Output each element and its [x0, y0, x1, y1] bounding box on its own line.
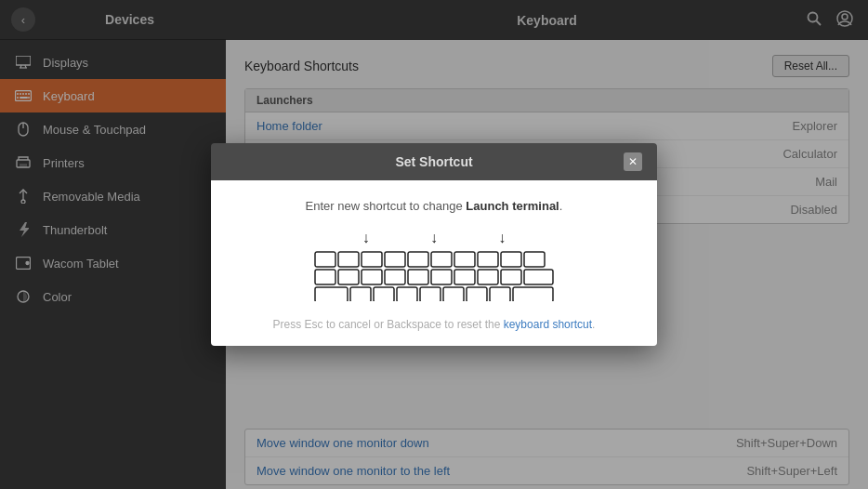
dialog-title: Set Shortcut	[244, 154, 624, 169]
keyboard-svg	[313, 250, 555, 301]
svg-rect-37	[338, 270, 359, 284]
svg-rect-51	[443, 287, 464, 301]
svg-rect-26	[315, 252, 335, 267]
hint-suffix: .	[592, 318, 595, 331]
svg-rect-48	[374, 287, 394, 301]
svg-rect-54	[513, 287, 553, 301]
svg-rect-33	[478, 252, 498, 267]
svg-rect-43	[478, 270, 498, 284]
svg-rect-36	[315, 270, 335, 284]
svg-rect-46	[315, 287, 348, 301]
dialog-text-prefix: Enter new shortcut to change	[306, 199, 467, 213]
svg-rect-32	[454, 252, 475, 267]
svg-rect-39	[385, 270, 405, 284]
svg-rect-28	[362, 252, 382, 267]
svg-rect-45	[524, 270, 553, 284]
svg-rect-41	[431, 270, 452, 284]
svg-rect-42	[454, 270, 475, 284]
keyboard-shortcut-link[interactable]: keyboard shortcut	[504, 318, 592, 331]
dialog-text-suffix: .	[559, 199, 563, 213]
set-shortcut-dialog: Set Shortcut ✕ Enter new shortcut to cha…	[211, 143, 657, 346]
svg-rect-49	[397, 287, 417, 301]
dialog-text-bold: Launch terminal	[466, 199, 559, 213]
hint-prefix: Press Esc to cancel or Backspace to rese…	[273, 318, 504, 331]
svg-rect-40	[408, 270, 428, 284]
keyboard-illustration: ↓ ↓ ↓	[313, 230, 555, 305]
dialog-body: Enter new shortcut to change Launch term…	[211, 180, 657, 346]
svg-rect-27	[338, 252, 359, 267]
svg-rect-30	[408, 252, 428, 267]
svg-rect-53	[490, 287, 510, 301]
svg-rect-50	[420, 287, 441, 301]
svg-rect-44	[501, 270, 521, 284]
dialog-hint: Press Esc to cancel or Backspace to rese…	[273, 318, 596, 331]
svg-rect-29	[385, 252, 405, 267]
svg-rect-38	[362, 270, 382, 284]
arrow-down-icon-1: ↓	[362, 230, 370, 246]
dialog-header: Set Shortcut ✕	[211, 143, 657, 180]
svg-rect-35	[524, 252, 545, 267]
key-arrows: ↓ ↓ ↓	[313, 230, 555, 246]
svg-rect-52	[467, 287, 487, 301]
svg-rect-47	[350, 287, 371, 301]
svg-rect-31	[431, 252, 452, 267]
modal-overlay: Set Shortcut ✕ Enter new shortcut to cha…	[0, 0, 868, 489]
dialog-close-button[interactable]: ✕	[624, 152, 642, 171]
dialog-instruction: Enter new shortcut to change Launch term…	[306, 199, 563, 213]
arrow-down-icon-2: ↓	[430, 230, 438, 246]
arrow-down-icon-3: ↓	[498, 230, 506, 246]
svg-rect-34	[501, 252, 521, 267]
